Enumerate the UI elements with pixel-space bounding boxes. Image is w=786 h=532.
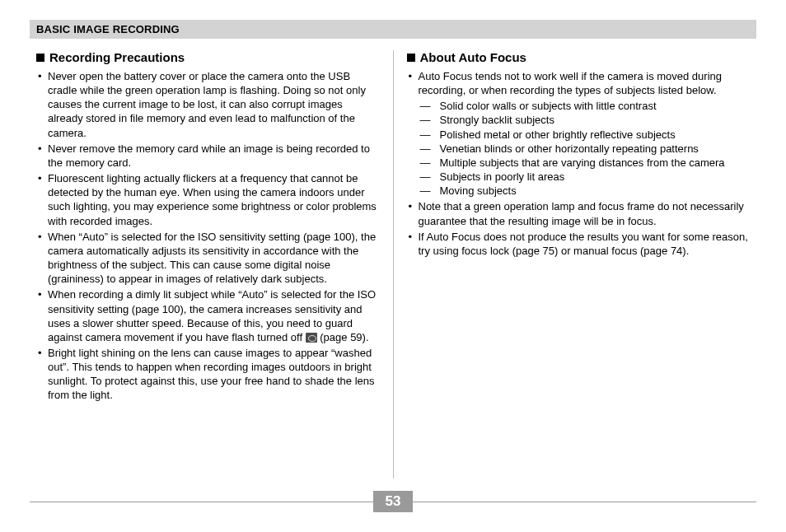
dash-item: Venetian blinds or other horizontally re…: [419, 142, 751, 156]
list-item: Auto Focus tends not to work well if the…: [407, 69, 751, 198]
list-item: Never open the battery cover or place th…: [36, 69, 380, 140]
dash-list: Solid color walls or subjects with littl…: [419, 99, 751, 198]
dash-item: Subjects in poorly lit areas: [419, 170, 751, 184]
left-title: Recording Precautions: [36, 50, 380, 64]
list-item: When recording a dimly lit subject while…: [36, 287, 380, 344]
right-title: About Auto Focus: [407, 50, 751, 64]
left-title-text: Recording Precautions: [49, 50, 185, 64]
right-bullet-list: Auto Focus tends not to work well if the…: [407, 69, 751, 258]
item-text-post: (page 59).: [317, 331, 369, 343]
list-item: Bright light shining on the lens can cau…: [36, 346, 380, 403]
list-item: When “Auto” is selected for the ISO sens…: [36, 230, 380, 287]
square-bullet-icon: [36, 54, 44, 62]
square-bullet-icon: [407, 54, 415, 62]
content-columns: Recording Precautions Never open the bat…: [30, 50, 756, 478]
dash-item: Polished metal or other brightly reflect…: [419, 128, 751, 142]
intro-text: Auto Focus tends not to work well if the…: [419, 70, 723, 96]
page-number: 53: [373, 491, 413, 512]
list-item: If Auto Focus does not produce the resul…: [407, 230, 751, 258]
section-header: BASIC IMAGE RECORDING: [30, 20, 756, 39]
right-title-text: About Auto Focus: [420, 50, 526, 64]
left-bullet-list: Never open the battery cover or place th…: [36, 69, 380, 403]
flash-off-icon: [306, 333, 317, 343]
manual-page: BASIC IMAGE RECORDING Recording Precauti…: [0, 0, 786, 532]
right-column: About Auto Focus Auto Focus tends not to…: [394, 50, 757, 478]
dash-item: Solid color walls or subjects with littl…: [419, 99, 751, 113]
dash-item: Multiple subjects that are varying dista…: [419, 156, 751, 170]
list-item: Fluorescent lighting actually flickers a…: [36, 171, 380, 228]
dash-item: Strongly backlit subjects: [419, 113, 751, 127]
list-item: Note that a green operation lamp and foc…: [407, 199, 751, 227]
page-footer: 53: [0, 486, 786, 519]
left-column: Recording Precautions Never open the bat…: [30, 50, 393, 478]
dash-item: Moving subjects: [419, 184, 751, 198]
list-item: Never remove the memory card while an im…: [36, 142, 380, 170]
